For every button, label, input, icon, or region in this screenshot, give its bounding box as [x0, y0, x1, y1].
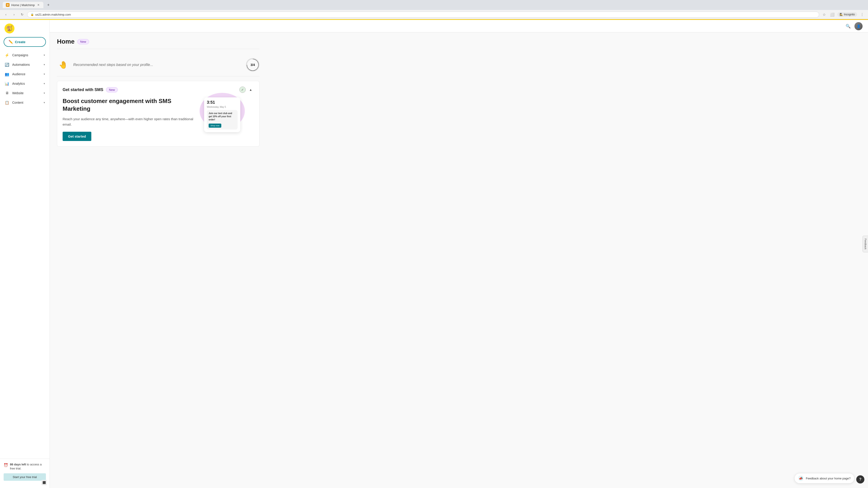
- search-button[interactable]: 🔍: [844, 23, 852, 30]
- browser-tab[interactable]: M Home | Mailchimp ✕: [3, 2, 43, 8]
- forward-button[interactable]: ›: [11, 11, 17, 18]
- analytics-chevron-icon: ▾: [43, 82, 45, 85]
- create-button-label: Create: [15, 40, 26, 44]
- incognito-icon: 🕵: [839, 13, 843, 16]
- sidebar-toggle-button[interactable]: ⬛: [41, 480, 47, 485]
- create-button[interactable]: ✏️ Create: [4, 37, 46, 47]
- sms-section: Get started with SMS New ✓ ▲ Boost custo…: [57, 81, 259, 147]
- sidebar-item-website[interactable]: 🖥 Website ▾: [0, 88, 50, 98]
- recommended-icon: 🤚: [57, 59, 70, 71]
- sidebar-item-audience[interactable]: 👥 Audience ▾: [0, 69, 50, 79]
- back-button[interactable]: ‹: [3, 11, 9, 18]
- phone-shop-button[interactable]: Shop now: [209, 124, 221, 128]
- analytics-label: Analytics: [12, 82, 41, 86]
- tab-favicon: M: [6, 3, 9, 7]
- campaigns-chevron-icon: ▾: [43, 54, 45, 57]
- page-new-badge: New: [77, 39, 89, 44]
- refresh-button[interactable]: ↻: [19, 11, 25, 18]
- feedback-tab-label: Feedback: [864, 238, 867, 250]
- phone-mockup: 3:51 Wednesday, May 5 Join our text club…: [204, 97, 240, 132]
- help-icon: ?: [859, 477, 862, 482]
- sidebar-item-analytics[interactable]: 📊 Analytics ▾: [0, 79, 50, 88]
- recommended-text: Recommended next steps based on your pro…: [73, 63, 153, 67]
- sms-header: Get started with SMS New ✓ ▲: [63, 87, 254, 93]
- incognito-label: Incognito: [844, 13, 855, 16]
- automations-chevron-icon: ▾: [43, 63, 45, 66]
- start-trial-button[interactable]: Start your free trial: [4, 473, 46, 481]
- sms-body: Boost customer engagement with SMS Marke…: [63, 97, 254, 141]
- recommended-section: 🤚 Recommended next steps based on your p…: [57, 54, 259, 76]
- trial-info: ⏰ 86 days left to access a free trial.: [4, 462, 46, 470]
- phone-date: Wednesday, May 5: [207, 106, 238, 108]
- browser-toolbar: ‹ › ↻ 🔒 us21.admin.mailchimp.com ☆ ⬜ 🕵 I…: [0, 10, 868, 19]
- sidebar-logo: 🐒: [0, 24, 50, 37]
- automations-icon: 🔄: [4, 62, 9, 67]
- sms-text-content: Boost customer engagement with SMS Marke…: [63, 97, 197, 141]
- audience-chevron-icon: ▾: [43, 72, 45, 76]
- sms-visual: 3:51 Wednesday, May 5 Join our text club…: [204, 97, 254, 132]
- phone-message-title: Join our text club and get 10% off your …: [209, 112, 236, 121]
- bookmark-star-icon[interactable]: ☆: [821, 11, 827, 18]
- page-header: Home New: [57, 38, 259, 49]
- feedback-icon: 📣: [798, 476, 804, 481]
- user-avatar[interactable]: 👤: [855, 22, 863, 30]
- automations-label: Automations: [12, 63, 41, 66]
- main-content: Home New 🤚 Recommended next steps based …: [50, 33, 868, 488]
- trial-days: 86 days left: [10, 463, 26, 466]
- sidebar-item-automations[interactable]: 🔄 Automations ▾: [0, 60, 50, 69]
- browser-menu-button[interactable]: ⋮: [859, 11, 865, 18]
- analytics-icon: 📊: [4, 81, 9, 86]
- new-tab-button[interactable]: +: [45, 2, 52, 8]
- content-chevron-icon: ▾: [43, 101, 45, 104]
- sidebar-item-content[interactable]: 📋 Content ▾: [0, 98, 50, 107]
- pencil-icon: ✏️: [8, 40, 13, 44]
- help-button[interactable]: ?: [856, 475, 864, 484]
- audience-icon: 👥: [4, 72, 9, 76]
- phone-time: 3:51: [207, 100, 238, 105]
- feedback-widget[interactable]: 📣 Feedback about your home page?: [794, 473, 855, 484]
- website-icon: 🖥: [4, 91, 9, 96]
- lock-icon: 🔒: [31, 13, 34, 16]
- feedback-text: Feedback about your home page?: [806, 477, 850, 480]
- sms-headline: Boost customer engagement with SMS Marke…: [63, 97, 197, 113]
- tab-title: Home | Mailchimp: [11, 3, 35, 7]
- progress-value: 3/4: [247, 59, 258, 70]
- website-chevron-icon: ▾: [43, 92, 45, 95]
- campaigns-icon: ⚡: [4, 53, 9, 58]
- content-label: Content: [12, 101, 41, 104]
- phone-message-box: Join our text club and get 10% off your …: [207, 110, 238, 129]
- sidebar-nav: ⚡ Campaigns ▾ 🔄 Automations ▾ 👥 Audience…: [0, 51, 50, 107]
- progress-circle: 3/4: [246, 58, 259, 72]
- website-label: Website: [12, 91, 41, 95]
- campaigns-label: Campaigns: [12, 53, 41, 57]
- incognito-badge: 🕵 Incognito: [837, 12, 857, 17]
- content-icon: 📋: [4, 100, 9, 105]
- sms-title: Get started with SMS: [63, 88, 103, 92]
- sidebar-item-campaigns[interactable]: ⚡ Campaigns ▾: [0, 51, 50, 60]
- sms-description: Reach your audience any time, anywhere—w…: [63, 116, 197, 127]
- url-text: us21.admin.mailchimp.com: [35, 13, 71, 16]
- sms-check-button[interactable]: ✓: [239, 87, 246, 93]
- audience-label: Audience: [12, 72, 41, 76]
- split-screen-icon[interactable]: ⬜: [829, 11, 835, 18]
- top-bar: 🔍 👤: [50, 20, 868, 33]
- sidebar: 🐒 ✏️ Create ⚡ Campaigns ▾ 🔄 Automations …: [0, 20, 50, 488]
- mailchimp-logo-icon[interactable]: 🐒: [4, 24, 14, 33]
- tab-close-button[interactable]: ✕: [37, 3, 40, 7]
- sms-cta-button[interactable]: Get started: [63, 132, 91, 141]
- clock-icon: ⏰: [4, 463, 8, 468]
- page-title: Home: [57, 38, 74, 45]
- feedback-tab[interactable]: Feedback: [863, 236, 868, 252]
- address-bar[interactable]: 🔒 us21.admin.mailchimp.com: [27, 11, 819, 18]
- sms-new-badge: New: [106, 87, 118, 92]
- sms-collapse-button[interactable]: ▲: [248, 87, 254, 93]
